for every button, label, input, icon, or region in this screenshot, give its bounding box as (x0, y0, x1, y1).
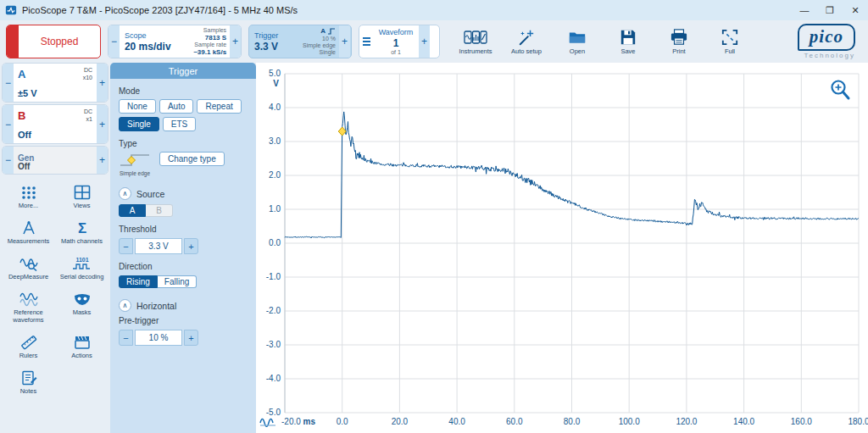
trigger-label: Trigger (254, 31, 292, 40)
svg-text:2.0: 2.0 (269, 170, 281, 180)
window-controls: — ❐ ✕ (792, 0, 868, 20)
sidebar-item-views[interactable]: Views (55, 185, 108, 209)
svg-text:-2.0: -2.0 (266, 306, 281, 315)
full-screen-button[interactable]: Full (708, 24, 752, 59)
run-stop-button[interactable]: Stopped (6, 25, 101, 58)
waveform-selector[interactable]: Waveform 1 of 1 (373, 25, 419, 58)
masks-label: Masks (73, 308, 92, 316)
sidebar-item-masks[interactable]: Masks (55, 291, 108, 324)
svg-text:3.0: 3.0 (269, 136, 281, 146)
svg-text:0.0: 0.0 (337, 417, 348, 426)
open-label: Open (570, 47, 585, 55)
mode-none-button[interactable]: None (119, 99, 156, 114)
more-label: More... (19, 202, 38, 209)
change-type-button[interactable]: Change type (159, 152, 225, 166)
waveform-next-button[interactable]: + (419, 25, 430, 58)
horizontal-label: Horizontal (136, 301, 176, 311)
sidebar-item-actions[interactable]: Actions (55, 335, 108, 359)
views-icon (74, 185, 91, 200)
rulers-icon (20, 335, 37, 350)
sidebar-item-measurements[interactable]: Measurements (2, 220, 55, 245)
mode-ets-button[interactable]: ETS (163, 117, 196, 131)
waveform-overview-icon[interactable] (259, 414, 276, 427)
zoom-icon[interactable] (829, 78, 851, 103)
stop-label: Stopped (19, 25, 100, 58)
serial-decoding-label: Serial decoding (60, 273, 104, 280)
trigger-source-summary: A (297, 27, 336, 35)
channel-b-settings[interactable]: B DC x1 Off (14, 105, 97, 143)
reference-waveforms-label: Reference waveforms (3, 308, 54, 324)
svg-text:160.0: 160.0 (791, 417, 812, 426)
timebase-decrease-button[interactable]: − (108, 25, 120, 58)
auto-setup-icon (517, 29, 536, 46)
mode-auto-button[interactable]: Auto (159, 99, 194, 114)
svg-text:5.0: 5.0 (269, 69, 281, 78)
source-label: Source (136, 189, 164, 199)
save-button[interactable]: Save (606, 24, 650, 59)
maximize-button[interactable]: ❐ (817, 0, 843, 20)
minimize-button[interactable]: — (792, 0, 817, 20)
threshold-value[interactable]: 3.3 V (135, 238, 182, 254)
threshold-increase-button[interactable]: + (184, 238, 198, 254)
channel-b-increase-button[interactable]: + (97, 105, 108, 143)
scope-display[interactable]: 5.0V4.03.02.01.00.0-1.0-2.0-3.0-4.0-5.0-… (256, 63, 868, 433)
source-b-button[interactable]: B (146, 204, 173, 217)
sidebar-item-reference-waveforms[interactable]: Reference waveforms (2, 291, 55, 324)
channel-a-decrease-button[interactable]: − (3, 64, 14, 102)
source-collapse-button[interactable]: ∧ (119, 187, 131, 200)
instruments-button[interactable]: Instruments (453, 24, 498, 59)
app-icon (5, 4, 17, 16)
threshold-label: Threshold (119, 225, 248, 234)
sidebar-item-math-channels[interactable]: Σ Math channels (55, 220, 108, 245)
sample-rate-label: Sample rate (180, 42, 226, 48)
direction-rising-button[interactable]: Rising (119, 275, 158, 288)
direction-falling-button[interactable]: Falling (158, 275, 197, 288)
window-title: PicoScope 7 T&M - PicoScope 2203 [ZJY47/… (22, 5, 298, 15)
sidebar-item-more[interactable]: More... (2, 185, 55, 209)
print-button[interactable]: Print (657, 24, 701, 59)
type-label: Type (119, 139, 248, 148)
horizontal-collapse-button[interactable]: ∧ (119, 299, 131, 312)
open-button[interactable]: Open (555, 24, 599, 59)
auto-setup-button[interactable]: Auto setup (504, 24, 548, 59)
threshold-decrease-button[interactable]: − (119, 238, 133, 254)
sidebar-item-serial-decoding[interactable]: 1101 Serial decoding (55, 256, 108, 280)
rulers-label: Rulers (19, 352, 38, 359)
timebase-increase-button[interactable]: + (230, 25, 241, 58)
generator-increase-button[interactable]: + (97, 147, 108, 174)
source-a-button[interactable]: A (119, 204, 146, 217)
generator-settings[interactable]: Gen Off (14, 147, 97, 174)
pretrigger-stepper: − 10 % + (119, 330, 248, 346)
scope-label: Scope (125, 31, 175, 40)
direction-label: Direction (119, 262, 248, 271)
channel-a-increase-button[interactable]: + (97, 64, 108, 102)
sidebar-item-deepmeasure[interactable]: DeepMeasure (2, 256, 55, 280)
generator-decrease-button[interactable]: − (3, 147, 14, 174)
mode-single-button[interactable]: Single (119, 117, 159, 131)
trigger-threshold-quick[interactable]: Trigger 3.3 V (249, 25, 297, 58)
timebase-text: 20 ms/div (125, 41, 175, 53)
timebase-value[interactable]: Scope 20 ms/div (120, 25, 181, 58)
math-channels-label: Math channels (61, 237, 103, 245)
trigger-threshold-increase-button[interactable]: + (339, 25, 350, 58)
trigger-type-summary: Simple edge (297, 42, 336, 49)
channel-b-card: − B DC x1 Off + (2, 104, 108, 144)
pico-logo: pico Technology (798, 24, 862, 59)
channel-b-name: B (18, 109, 25, 122)
channel-b-decrease-button[interactable]: − (3, 105, 14, 143)
deepmeasure-label: DeepMeasure (8, 273, 48, 280)
svg-text:-3.0: -3.0 (266, 340, 281, 349)
sidebar-item-notes[interactable]: Notes (2, 370, 55, 395)
sidebar-tools: More... Views Measurements Σ (2, 185, 108, 395)
pretrigger-increase-button[interactable]: + (184, 330, 198, 346)
close-button[interactable]: ✕ (843, 0, 868, 20)
pretrigger-value[interactable]: 10 % (135, 330, 182, 346)
actions-label: Actions (71, 352, 92, 359)
simple-edge-icon (119, 152, 151, 169)
pretrigger-decrease-button[interactable]: − (119, 330, 133, 346)
sidebar-item-rulers[interactable]: Rulers (2, 335, 55, 359)
mode-repeat-button[interactable]: Repeat (197, 99, 241, 114)
channel-a-settings[interactable]: A DC x10 ±5 V (14, 64, 97, 102)
waveform-plot[interactable]: 5.0V4.03.02.01.00.0-1.0-2.0-3.0-4.0-5.0-… (256, 63, 868, 433)
channel-b-meta: DC x1 (84, 108, 92, 124)
